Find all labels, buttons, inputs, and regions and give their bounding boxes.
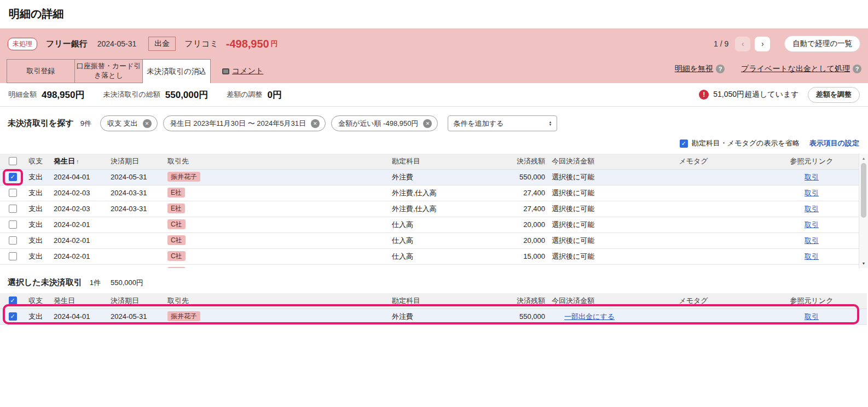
scrollbar-thumb[interactable] xyxy=(861,163,866,218)
summary-bar: 明細金額 498,950円 未決済取引の総額 550,000円 差額の調整 0円… xyxy=(0,83,868,107)
occur-date-cell: 2024-02-01 xyxy=(50,264,107,268)
settle-amount-cell: 選択後に可能 xyxy=(548,264,630,268)
checkbox-cell: ✓ xyxy=(0,309,25,324)
partner-cell: 振井花子 xyxy=(164,309,389,324)
adjust-difference-button[interactable]: 差額を調整 xyxy=(808,87,860,103)
transaction-link[interactable]: 取引 xyxy=(805,252,819,260)
memo-tag-cell xyxy=(630,232,756,248)
table-header-row: 収支 発生日↑ 決済期日 取引先 勘定科目 決済残額 今回決済金額 メモタグ 参… xyxy=(0,154,859,169)
transaction-link[interactable]: 取引 xyxy=(805,173,819,181)
vertical-scrollbar[interactable]: ▲ ▼ xyxy=(859,154,868,268)
table-row: ✓支出2024-04-012024-05-31振井花子外注費550,000選択後… xyxy=(0,169,859,185)
scrollbar-down-icon[interactable]: ▼ xyxy=(859,259,868,268)
transaction-link[interactable]: 取引 xyxy=(805,268,819,269)
checkbox-cell xyxy=(0,232,25,248)
checkbox-cell xyxy=(0,201,25,217)
partner-cell: 振井花子 xyxy=(164,169,389,185)
statement-amount-label: 明細金額 xyxy=(8,90,37,100)
statement-amount-value: 498,950円 xyxy=(42,89,84,101)
col-balance: 決済残額 xyxy=(493,293,548,309)
partial-withdrawal-link[interactable]: 一部出金にする xyxy=(564,312,615,321)
filter-chip-income-expense[interactable]: 収支 支出 ✕ xyxy=(100,115,158,131)
filter-chip-amount-sort[interactable]: 金額が近い順 -498,950円 ✕ xyxy=(331,115,438,131)
row-checkbox[interactable] xyxy=(9,189,17,197)
col-account: 勘定科目 xyxy=(389,154,493,169)
direction-badge: 出金 xyxy=(148,37,176,51)
selected-section-title: 選択した未決済取引 xyxy=(8,277,82,288)
transaction-link[interactable]: 取引 xyxy=(805,236,819,245)
col-occur-date[interactable]: 発生日↑ xyxy=(50,154,107,169)
table-row: 支出2024-02-032024-03-31E社外注費,仕入高27,400選択後… xyxy=(0,185,859,201)
chevron-right-icon: › xyxy=(761,39,764,48)
statement-banner: 未処理 フリー銀行 2024-05-31 出金 フリコミ -498,950 円 … xyxy=(0,28,868,83)
account-cell: 仕入高 xyxy=(389,248,493,264)
partner-cell: E社 xyxy=(164,201,389,217)
account-cell: 仕入高 xyxy=(389,264,493,268)
row-checkbox[interactable]: ✓ xyxy=(9,173,17,181)
income-expense-cell: 支出 xyxy=(25,232,50,248)
omit-display-checkbox[interactable]: ✓ xyxy=(680,139,688,148)
occur-date-cell: 2024-04-01 xyxy=(50,169,107,185)
scrollbar-up-icon[interactable]: ▲ xyxy=(859,154,868,162)
unsettled-total-label: 未決済取引の総額 xyxy=(103,90,160,100)
row-checkbox[interactable] xyxy=(9,252,17,260)
tab-transaction-register[interactable]: 取引登録 xyxy=(7,59,75,83)
ref-link-cell: 取引 xyxy=(756,264,859,268)
row-checkbox[interactable] xyxy=(9,220,17,229)
next-page-button[interactable]: › xyxy=(755,37,770,51)
transaction-link[interactable]: 取引 xyxy=(805,189,819,197)
pagination-indicator: 1 / 9 xyxy=(714,39,728,48)
filter-chip-date-range[interactable]: 発生日 2023年11月30日 〜 2024年5月31日 ✕ xyxy=(163,115,326,131)
auto-accounting-list-button[interactable]: 自動で経理の一覧 xyxy=(784,36,860,52)
prev-page-button[interactable]: ‹ xyxy=(735,37,750,51)
occur-date-cell: 2024-02-03 xyxy=(50,185,107,201)
private-withdrawal-link[interactable]: プライベートな出金として処理 xyxy=(741,64,850,74)
select-all-checkbox[interactable]: ✓ xyxy=(9,296,17,305)
help-icon[interactable]: ? xyxy=(716,65,725,73)
display-settings-link[interactable]: 表示項目の設定 xyxy=(809,138,859,148)
row-checkbox[interactable] xyxy=(9,205,17,213)
col-partner: 取引先 xyxy=(164,293,389,309)
settle-amount-cell: 選択後に可能 xyxy=(548,185,630,201)
col-ref-link: 参照元リンク xyxy=(756,293,867,309)
select-all-checkbox[interactable] xyxy=(9,157,17,165)
due-date-cell: 2024-05-31 xyxy=(107,309,164,324)
remove-filter-icon[interactable]: ✕ xyxy=(143,119,152,128)
transaction-label: フリコミ xyxy=(184,39,218,49)
selected-section-header: 選択した未決済取引 1件 550,000円 xyxy=(0,268,868,293)
col-balance: 決済残額 xyxy=(493,154,548,169)
partner-tag: C社 xyxy=(167,251,186,261)
select-value: 条件を追加する xyxy=(453,119,504,129)
chip-label: 金額が近い順 -498,950円 xyxy=(338,119,419,129)
add-condition-select[interactable]: 条件を追加する ▲▼ xyxy=(448,115,557,131)
due-date-cell xyxy=(107,232,164,248)
row-checkbox[interactable] xyxy=(9,236,17,245)
due-date-cell xyxy=(107,248,164,264)
partner-tag: E社 xyxy=(167,203,185,213)
help-icon[interactable]: ? xyxy=(853,65,861,73)
due-date-cell xyxy=(107,217,164,232)
transaction-link[interactable]: 取引 xyxy=(805,312,819,321)
partner-cell: C社 xyxy=(164,248,389,264)
excess-warning-text: 51,050円超過しています xyxy=(713,90,798,100)
tab-unsettled-clearing[interactable]: 未決済取引の消込 xyxy=(142,59,211,83)
remove-filter-icon[interactable]: ✕ xyxy=(423,119,432,128)
col-occur-date: 発生日 xyxy=(50,293,107,309)
ignore-statement-link[interactable]: 明細を無視 xyxy=(675,64,713,74)
remove-filter-icon[interactable]: ✕ xyxy=(311,119,320,128)
occur-date-cell: 2024-04-01 xyxy=(50,309,107,324)
transaction-link[interactable]: 取引 xyxy=(805,220,819,229)
due-date-cell: 2024-03-31 xyxy=(107,201,164,217)
memo-tag-cell xyxy=(630,264,756,268)
col-memo-tag: メモタグ xyxy=(630,154,756,169)
tab-account-transfer[interactable]: 口座振替・カード引き落とし xyxy=(74,59,143,83)
partner-tag: 振井花子 xyxy=(167,311,200,321)
income-expense-cell: 支出 xyxy=(25,185,50,201)
ref-link-cell: 取引 xyxy=(756,232,859,248)
balance-cell: 20,000 xyxy=(493,217,548,232)
balance-cell: 13,000 xyxy=(493,264,548,268)
table-row: 支出2024-02-01C社仕入高13,000選択後に可能取引 xyxy=(0,264,859,268)
comment-link[interactable]: コメント xyxy=(232,66,263,76)
transaction-link[interactable]: 取引 xyxy=(805,205,819,213)
row-checkbox[interactable]: ✓ xyxy=(9,312,17,321)
